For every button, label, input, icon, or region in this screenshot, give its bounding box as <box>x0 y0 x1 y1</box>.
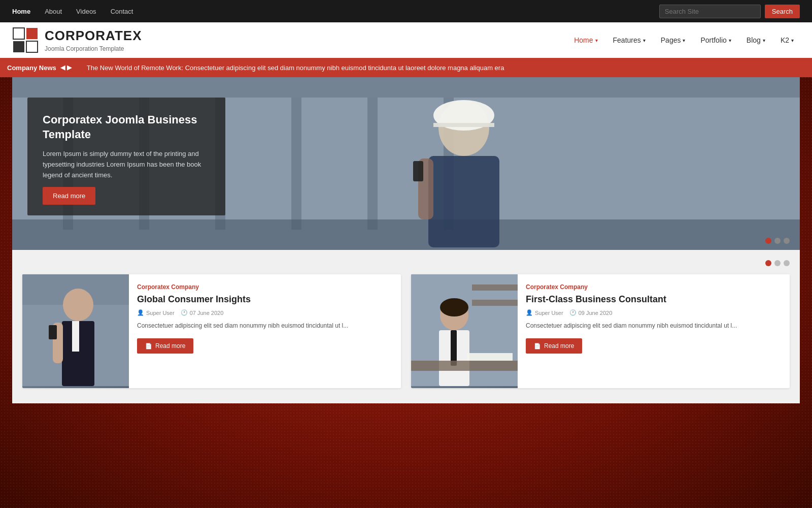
svg-rect-17 <box>428 156 499 247</box>
news-ticker: Company News ◀ ▶ The New World of Remote… <box>0 58 812 77</box>
search-button[interactable]: Search <box>765 5 800 18</box>
article-image-2 <box>411 274 518 388</box>
person-icon-2 <box>526 309 533 316</box>
ticker-label-text: Company News <box>7 64 56 72</box>
top-nav: Home About Videos Contact <box>12 8 133 15</box>
clock-icon-2 <box>569 309 577 316</box>
article-title-2: First-Class Business Consultant <box>526 294 782 305</box>
svg-rect-1 <box>26 28 38 39</box>
article-category-1: Corporatex Company <box>137 283 393 291</box>
article-title-1: Global Consumer Insights <box>137 294 393 305</box>
svg-rect-0 <box>13 28 24 39</box>
mainnav-features[interactable]: Features ▾ <box>607 32 652 48</box>
topnav-about[interactable]: About <box>45 8 62 15</box>
article-meta-2: Super User 09 June 2020 <box>526 309 782 316</box>
hero-read-more-button[interactable]: Read more <box>43 187 95 205</box>
home-caret: ▾ <box>595 38 598 43</box>
svg-rect-3 <box>26 41 38 52</box>
article-read-more-2[interactable]: Read more <box>526 338 582 354</box>
svg-rect-35 <box>411 361 518 371</box>
content-area: Corporatex Company Global Consumer Insig… <box>12 250 800 403</box>
svg-rect-29 <box>472 284 518 291</box>
svg-rect-24 <box>72 321 79 352</box>
article-author-2: Super User <box>526 309 563 316</box>
article-body-1: Corporatex Company Global Consumer Insig… <box>129 274 401 388</box>
pages-caret: ▾ <box>683 38 685 43</box>
svg-rect-2 <box>13 41 24 52</box>
ticker-prev[interactable]: ◀ <box>60 64 65 71</box>
content-dot-1[interactable] <box>765 260 771 266</box>
top-bar: Home About Videos Contact Search <box>0 0 812 22</box>
content-pagination-dots <box>22 260 790 266</box>
slider-dot-1[interactable] <box>765 238 771 244</box>
svg-rect-13 <box>12 219 800 250</box>
doc-icon-1 <box>145 342 152 350</box>
svg-rect-10 <box>291 98 301 230</box>
slider-dot-2[interactable] <box>774 238 781 244</box>
article-read-more-1[interactable]: Read more <box>137 338 193 354</box>
doc-icon-2 <box>534 342 541 350</box>
content-dot-3[interactable] <box>784 260 790 266</box>
svg-rect-19 <box>413 161 423 181</box>
article-date-2: 09 June 2020 <box>569 309 613 316</box>
svg-rect-36 <box>467 353 513 361</box>
mainnav-k2[interactable]: K2 ▾ <box>774 32 800 48</box>
ticker-label: Company News ◀ ▶ <box>0 58 79 77</box>
topnav-home[interactable]: Home <box>12 8 30 15</box>
ticker-arrows: ◀ ▶ <box>60 64 72 71</box>
slider-dots <box>765 238 790 244</box>
svg-rect-16 <box>433 123 494 127</box>
svg-rect-6 <box>12 77 800 98</box>
ticker-next[interactable]: ▶ <box>67 64 72 71</box>
logo-subtitle: Joomla Corporation Template <box>45 45 124 52</box>
svg-point-22 <box>63 289 93 321</box>
topnav-videos[interactable]: Videos <box>76 8 96 15</box>
article-meta-1: Super User 07 June 2020 <box>137 309 393 316</box>
hero-slider: Corporatex Joomla Business Template Lore… <box>12 77 800 250</box>
article-excerpt-1: Consectetuer adipiscing elit sed diam no… <box>137 321 393 331</box>
logo-text: Corporatex Joomla Corporation Template <box>45 28 142 53</box>
person-icon-1 <box>137 309 144 316</box>
mainnav-home[interactable]: Home ▾ <box>568 32 603 48</box>
article-excerpt-2: Consectetuer adipiscing elit sed diam no… <box>526 321 782 331</box>
articles-row: Corporatex Company Global Consumer Insig… <box>22 274 790 388</box>
hero-description: Lorem Ipsum is simply dummy text of the … <box>43 149 210 180</box>
article-body-2: Corporatex Company First-Class Business … <box>518 274 790 388</box>
article-image-1 <box>22 274 129 388</box>
hero-card: Corporatex Joomla Business Template Lore… <box>27 98 225 215</box>
blog-caret: ▾ <box>763 38 765 43</box>
article-author-1: Super User <box>137 309 175 316</box>
main-nav: Home ▾ Features ▾ Pages ▾ Portfolio ▾ Bl… <box>568 32 800 48</box>
search-input[interactable] <box>659 5 761 18</box>
slider-dot-3[interactable] <box>784 238 790 244</box>
mainnav-blog[interactable]: Blog ▾ <box>740 32 771 48</box>
topnav-contact[interactable]: Contact <box>111 8 133 15</box>
svg-rect-34 <box>451 330 457 366</box>
content-dot-2[interactable] <box>774 260 781 266</box>
main-header: Corporatex Joomla Corporation Template H… <box>0 22 812 58</box>
svg-rect-11 <box>367 98 378 230</box>
article-card-1: Corporatex Company Global Consumer Insig… <box>22 274 401 388</box>
logo-icon <box>12 27 39 53</box>
mainnav-portfolio[interactable]: Portfolio ▾ <box>694 32 737 48</box>
article-category-2: Corporatex Company <box>526 283 782 291</box>
ticker-text: The New World of Remote Work: Consectetu… <box>79 64 812 72</box>
k2-caret: ▾ <box>791 38 794 43</box>
mainnav-pages[interactable]: Pages ▾ <box>655 32 692 48</box>
search-area: Search <box>659 5 800 18</box>
portfolio-caret: ▾ <box>729 38 731 43</box>
logo-area: Corporatex Joomla Corporation Template <box>12 27 142 53</box>
features-caret: ▾ <box>643 38 646 43</box>
article-date-1: 07 June 2020 <box>181 309 224 316</box>
logo-title: Corporatex <box>45 28 142 44</box>
svg-rect-26 <box>49 325 57 339</box>
hero-title: Corporatex Joomla Business Template <box>43 113 210 142</box>
svg-rect-30 <box>472 300 518 306</box>
svg-point-32 <box>440 298 468 316</box>
article-card-2: Corporatex Company First-Class Business … <box>411 274 790 388</box>
clock-icon-1 <box>181 309 188 316</box>
